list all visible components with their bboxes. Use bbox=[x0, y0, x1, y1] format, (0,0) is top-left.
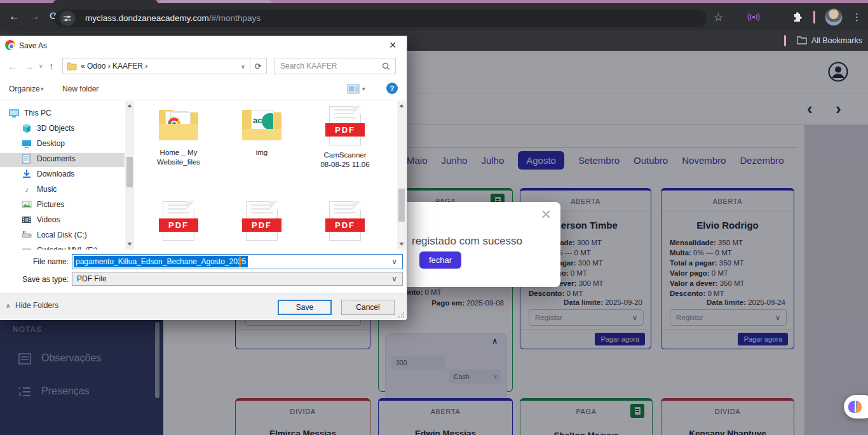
download-arrow-icon bbox=[22, 169, 32, 179]
chrome-logo-icon bbox=[5, 40, 15, 50]
save-as-type-label: Save as type: bbox=[0, 275, 69, 284]
pdf-file-icon: PDF bbox=[246, 201, 278, 241]
file-name: CamScanner08-08-25 11.06 bbox=[307, 151, 383, 170]
tree-item-this-pc[interactable]: This PC bbox=[9, 106, 51, 120]
success-modal: ✕ registado com sucesso fechar bbox=[384, 202, 560, 287]
drive-icon bbox=[22, 245, 32, 250]
scroll-up-arrow[interactable] bbox=[399, 104, 404, 107]
toolbar-separator bbox=[0, 100, 406, 100]
extension-floating-button[interactable] bbox=[844, 395, 868, 418]
scroll-down-arrow[interactable] bbox=[399, 243, 404, 246]
film-icon bbox=[22, 215, 32, 225]
folder-chrome-icon bbox=[159, 110, 198, 142]
tree-item-downloads[interactable]: Downloads bbox=[22, 167, 74, 181]
search-icon bbox=[382, 62, 390, 70]
menu-kebab-icon[interactable]: ⋮ bbox=[852, 11, 862, 23]
site-info-button[interactable] bbox=[60, 11, 75, 26]
dialog-footer: ∧ Hide Folders Save Cancel bbox=[0, 293, 406, 320]
close-icon[interactable]: ✕ bbox=[540, 207, 552, 222]
tree-item-videos[interactable]: Videos bbox=[22, 213, 60, 227]
tree-item-music[interactable]: ♪ Music bbox=[22, 182, 57, 196]
bookmark-star-icon[interactable]: ☆ bbox=[714, 11, 723, 24]
pdf-file-icon: PDF bbox=[163, 201, 194, 241]
chevron-down-icon[interactable]: ▾ bbox=[362, 86, 365, 92]
forward-button[interactable]: → bbox=[29, 11, 40, 22]
cancel-button[interactable]: Cancel bbox=[341, 300, 395, 315]
file-name-input[interactable]: pagamento_Killua_Edson_Bechane_Agosto_20… bbox=[72, 254, 403, 269]
tree-item-cwisday-mvl-e[interactable]: Cwisday MVL (E:) bbox=[22, 243, 98, 250]
close-dialog-button[interactable]: ✕ bbox=[379, 36, 407, 54]
document-icon bbox=[22, 154, 32, 164]
extensions-puzzle-icon[interactable] bbox=[791, 11, 803, 23]
file-item-pdf[interactable]: PDF bbox=[140, 201, 217, 241]
scroll-down-arrow[interactable] bbox=[127, 243, 132, 246]
file-list-scrollbar[interactable] bbox=[397, 101, 406, 250]
save-as-type-select[interactable]: PDF File ∨ bbox=[72, 272, 403, 286]
desktop-icon bbox=[22, 138, 32, 149]
success-message: registado com sucesso bbox=[412, 235, 522, 248]
file-scrollbar-thumb[interactable] bbox=[398, 189, 405, 222]
refresh-button[interactable]: ⟳ bbox=[250, 58, 267, 74]
text-caret bbox=[239, 257, 241, 267]
browser-toolbar: ← → ⟳ myclass.dondzaneacademy.com/#/mont… bbox=[0, 3, 868, 30]
back-button[interactable]: ← bbox=[9, 11, 20, 22]
search-input[interactable]: Search KAAFER bbox=[275, 58, 396, 74]
separator bbox=[784, 35, 786, 46]
pdf-file-icon: PDF bbox=[329, 106, 361, 145]
help-button[interactable]: ? bbox=[386, 83, 398, 94]
tree-scrollbar-thumb[interactable] bbox=[126, 157, 133, 187]
folder-icon bbox=[67, 62, 77, 70]
picture-icon bbox=[22, 199, 32, 210]
tree-item-local-disk-c[interactable]: Local Disk (C:) bbox=[22, 228, 87, 242]
search-placeholder: Search KAAFER bbox=[280, 62, 337, 70]
file-item-camscanner[interactable]: PDF CamScanner08-08-25 11.06 bbox=[307, 106, 383, 170]
chevron-down-icon[interactable]: ∨ bbox=[241, 63, 245, 70]
save-button[interactable]: Save bbox=[278, 300, 332, 315]
chevron-down-icon[interactable]: ∨ bbox=[391, 274, 397, 283]
nav-up-icon[interactable]: ↑ bbox=[49, 60, 54, 71]
chevron-down-icon[interactable]: ∨ bbox=[391, 257, 397, 266]
hide-folders-button[interactable]: Hide Folders bbox=[15, 301, 58, 310]
file-name: Home _ My Website_files bbox=[140, 148, 217, 167]
all-bookmarks-label[interactable]: All Bookmarks bbox=[811, 36, 862, 45]
file-item-home-website[interactable]: Home _ My Website_files bbox=[140, 106, 217, 167]
dialog-title: Save As bbox=[19, 41, 47, 50]
pdf-file-icon: PDF bbox=[329, 201, 361, 241]
file-item-pdf[interactable]: PDF bbox=[307, 201, 383, 241]
brain-icon bbox=[848, 401, 862, 413]
broadcast-extension-icon[interactable] bbox=[747, 11, 760, 23]
tune-icon bbox=[63, 14, 72, 23]
folder-tree: This PC 3D Objects Desktop Documents Dow… bbox=[0, 101, 135, 250]
tree-item-pictures[interactable]: Pictures bbox=[22, 197, 64, 211]
nav-history-chevron-icon[interactable]: ∨ bbox=[39, 63, 43, 69]
music-note-icon: ♪ bbox=[22, 185, 32, 194]
address-bar[interactable]: myclass.dondzaneacademy.com/#/monthpays bbox=[55, 10, 707, 27]
new-folder-button[interactable]: New folder bbox=[62, 84, 98, 93]
selected-filename-text: pagamento_Killua_Edson_Bechane_Agosto_20… bbox=[74, 256, 248, 267]
organize-menu[interactable]: Organize bbox=[9, 84, 40, 93]
tree-item-documents[interactable]: Documents bbox=[22, 152, 76, 166]
profile-avatar[interactable] bbox=[825, 8, 843, 26]
breadcrumb-path[interactable]: « Odoo › KAAFER › bbox=[81, 62, 147, 70]
tree-item-desktop[interactable]: Desktop bbox=[22, 137, 65, 151]
fechar-button[interactable]: fechar bbox=[419, 251, 461, 269]
resize-grip[interactable] bbox=[398, 312, 404, 318]
monitor-icon bbox=[9, 108, 19, 118]
folder-icon bbox=[797, 36, 807, 44]
tree-item-3d-objects[interactable]: 3D Objects bbox=[22, 121, 74, 135]
cube-icon bbox=[22, 123, 32, 133]
scroll-up-arrow[interactable] bbox=[127, 104, 132, 107]
chevron-down-icon: ▾ bbox=[41, 86, 44, 92]
breadcrumb-bar[interactable]: « Odoo › KAAFER › ∨ bbox=[62, 58, 250, 74]
save-as-dialog: Save As ✕ ← → ∨ ↑ « Odoo › KAAFER › ∨ ⟳ … bbox=[0, 36, 407, 319]
folder-image-icon: acA tua f bbox=[242, 110, 281, 142]
chevron-up-icon: ∧ bbox=[6, 302, 10, 309]
separator bbox=[813, 11, 815, 23]
nav-back-icon[interactable]: ← bbox=[8, 61, 17, 72]
view-mode-icon[interactable] bbox=[347, 84, 360, 94]
file-item-img[interactable]: acA tua f img bbox=[224, 106, 300, 157]
file-name-label: File name: bbox=[0, 257, 69, 266]
file-item-pdf[interactable]: PDF bbox=[224, 201, 300, 241]
drive-icon bbox=[22, 230, 32, 240]
nav-forward-icon[interactable]: → bbox=[24, 61, 34, 72]
